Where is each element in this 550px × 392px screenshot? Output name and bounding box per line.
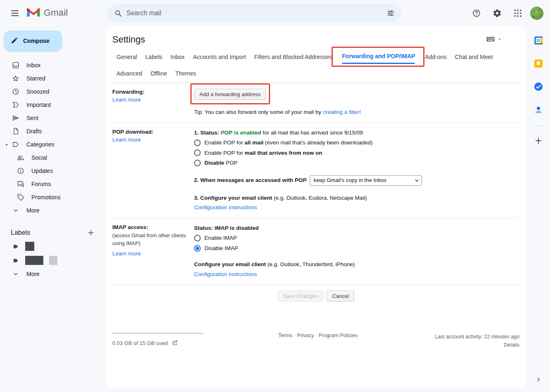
sidebar-item-social[interactable]: Social [0,151,106,164]
tab-chat-and-meet[interactable]: Chat and Meet [451,51,497,63]
label-item-redacted-1[interactable] [0,239,106,253]
pop-configuration-instructions-link[interactable]: Configuration instructions [194,203,257,212]
save-changes-button[interactable]: Save Changes [277,290,323,302]
redacted-label-name [25,256,43,265]
activity-details-link[interactable]: Details [416,341,519,349]
sidebar-item-forums[interactable]: Forums [0,177,106,191]
open-in-new-icon[interactable] [172,340,178,347]
search-options-button[interactable] [382,5,399,21]
tab-offline[interactable]: Offline [146,68,171,79]
radio-button-unselected[interactable] [194,139,201,146]
radio-disable-imap[interactable]: Disable IMAP [194,244,519,253]
radio-button-unselected[interactable] [194,149,201,156]
search-button[interactable] [110,5,126,21]
labels-header: Labels [0,226,106,239]
calendar-panel-button[interactable]: 31 [530,32,547,50]
tab-advanced[interactable]: Advanced [112,68,146,79]
settings-button[interactable] [489,5,505,21]
collapse-arrow-icon[interactable] [4,142,9,147]
terms-link[interactable]: Terms [278,333,292,338]
cancel-button[interactable]: Cancel [327,290,354,302]
radio-enable-pop-from-now-on[interactable]: Enable POP for mail that arrives from no… [194,149,519,157]
redacted-label-name [25,242,34,251]
create-label-button[interactable] [86,228,96,238]
add-forwarding-address-button[interactable]: Add a forwarding address [194,89,266,100]
tab-accounts-and-import[interactable]: Accounts and Import [189,51,250,63]
google-keep-icon [533,59,543,70]
sidebar-labels-more[interactable]: More [0,267,106,281]
labels-title: Labels [11,229,30,236]
account-avatar[interactable] [530,7,543,20]
pencil-icon [11,37,18,45]
active-tab-underline [342,63,415,64]
sidebar-item-drafts[interactable]: Drafts [0,125,106,138]
gmail-logo[interactable]: Gmail [26,7,68,19]
pop-action-select[interactable]: keep Gmail's copy in the Inbox [310,175,422,186]
hamburger-icon [11,10,19,11]
tab-general[interactable]: General [112,51,141,63]
sidebar-item-important[interactable]: Important [0,98,106,111]
creating-a-filter-link[interactable]: creating a filter! [323,108,361,116]
sidebar-item-label: Updates [31,168,53,174]
tab-filters-and-blocked-addresses[interactable]: Filters and Blocked Addresses [250,51,336,63]
tab-inbox[interactable]: Inbox [166,51,189,63]
contacts-panel-button[interactable] [530,102,547,119]
pop-status-line: 1. Status: POP is enabled for all mail t… [194,129,519,137]
google-apps-button[interactable] [510,5,526,21]
radio-enable-pop-all-mail[interactable]: Enable POP for all mail (even mail that'… [194,139,519,147]
sidebar-item-categories[interactable]: Categories [0,138,106,151]
program-policies-link[interactable]: Program Policies [318,333,357,338]
google-tasks-icon [533,82,543,93]
sidebar-item-promotions[interactable]: Promotions [0,191,106,204]
settings-footer: 0.03 GB of 15 GB used Terms · Privacy · … [112,333,519,349]
tab-themes[interactable]: Themes [171,68,201,79]
label-tag-icon [12,257,19,264]
imap-configuration-instructions-link[interactable]: Configuration instructions [194,270,257,279]
help-icon [472,9,481,18]
sidebar-item-label: More [26,271,40,277]
contacts-icon [533,105,543,116]
google-calendar-icon: 31 [533,35,543,47]
imap-status-line: Status: IMAP is disabled [194,225,259,231]
sidebar-item-more[interactable]: More [0,204,106,217]
radio-button-unselected[interactable] [194,160,201,166]
radio-button-selected[interactable] [194,245,201,252]
label-tag-icon [12,243,19,250]
sidebar-item-starred[interactable]: Starred [0,72,106,85]
radio-disable-pop[interactable]: Disable POP [194,159,519,167]
support-button[interactable] [468,5,485,21]
sidebar-item-sent[interactable]: Sent [0,111,106,125]
imap-learn-more-link[interactable]: Learn more [112,250,141,257]
sidebar-item-updates[interactable]: Updates [0,164,106,177]
search-input[interactable] [126,9,382,17]
categories-tag-icon [12,140,20,149]
main-menu-button[interactable] [7,5,23,21]
gmail-wordmark: Gmail [44,7,68,18]
star-icon [12,74,20,83]
pop-learn-more-link[interactable]: Learn more [112,137,141,143]
input-tools-selector[interactable] [486,34,502,45]
tasks-panel-button[interactable] [530,78,547,96]
chat-icon [17,180,25,188]
tab-labels[interactable]: Labels [141,51,166,63]
get-add-ons-button[interactable] [530,132,547,150]
tab-forwarding-and-pop-imap[interactable]: Forwarding and POP/IMAP [337,50,420,64]
svg-text:31: 31 [536,38,541,43]
chevron-right-icon [535,376,542,384]
settings-tabs: General Labels Inbox Accounts and Import… [112,49,519,83]
forwarding-learn-more-link[interactable]: Learn more [112,97,141,103]
keep-panel-button[interactable] [530,55,547,73]
show-side-panel-button[interactable] [532,374,545,386]
tab-add-ons[interactable]: Add-ons [421,51,450,63]
privacy-link[interactable]: Privacy [297,333,314,338]
gear-icon [493,9,502,18]
compose-button[interactable]: Compose [4,31,62,51]
sidebar-item-inbox[interactable]: Inbox [0,59,106,72]
label-item-redacted-2[interactable] [0,253,106,267]
search-bar[interactable] [107,4,401,22]
top-actions [468,5,543,21]
sidebar-item-snoozed[interactable]: Snoozed [0,85,106,98]
radio-enable-imap[interactable]: Enable IMAP [194,234,519,242]
radio-button-unselected[interactable] [194,235,201,241]
send-icon [12,114,20,122]
